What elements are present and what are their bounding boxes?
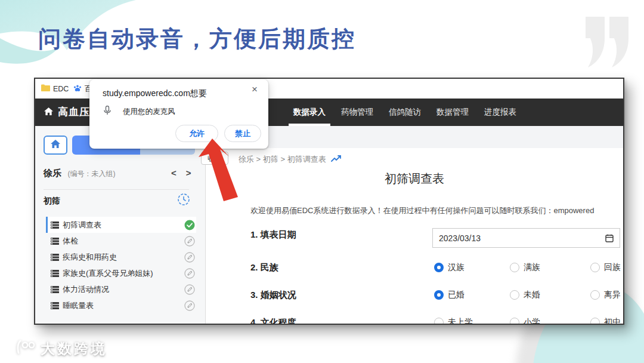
date-value: 2023/03/13 bbox=[439, 233, 605, 243]
radio-unselected-icon[interactable] bbox=[590, 263, 600, 272]
radio-unselected-icon[interactable] bbox=[510, 290, 519, 300]
trend-chart-icon[interactable] bbox=[331, 155, 342, 164]
radio-unselected-icon[interactable] bbox=[434, 318, 444, 325]
radio-option[interactable]: 初中 bbox=[590, 317, 621, 325]
radio-option-label: 汉族 bbox=[448, 262, 465, 273]
main-content: 收起 徐乐 > 初筛 > 初筛调查表 初筛调查表 欢迎使用易侕EDC系统进行数据… bbox=[206, 148, 623, 324]
radio-option[interactable]: 离异 bbox=[590, 290, 621, 300]
visit-section-title: 初筛 bbox=[44, 196, 60, 207]
form-icon bbox=[51, 254, 59, 261]
next-patient-button[interactable]: > bbox=[186, 168, 191, 178]
edit-pencil-icon bbox=[184, 300, 195, 311]
edit-pencil-icon bbox=[184, 268, 195, 279]
watermark-logo-icon bbox=[16, 340, 36, 358]
question-row: 2. 民族汉族满族回族 bbox=[206, 261, 623, 282]
radio-selected-icon[interactable] bbox=[434, 263, 444, 272]
history-clock-icon[interactable] bbox=[177, 193, 190, 208]
dialog-title: study.empoweredc.com想要 bbox=[103, 88, 207, 99]
patient-code: (编号：未入组) bbox=[67, 170, 115, 178]
form-list-item-label: 家族史(直系父母兄弟姐妹) bbox=[63, 268, 181, 279]
question-row: 4. 文化程度未上学小学初中 bbox=[206, 316, 623, 325]
permission-text: 使用您的麦克风 bbox=[123, 107, 175, 117]
form-list-item-label: 体检 bbox=[63, 236, 181, 247]
radio-option[interactable]: 已婚 bbox=[434, 290, 465, 300]
radio-option[interactable]: 汉族 bbox=[434, 262, 465, 273]
question-row: 1. 填表日期2023/03/13 bbox=[206, 228, 623, 250]
radio-option-label: 初中 bbox=[604, 317, 621, 325]
form-list-item-label: 睡眠量表 bbox=[63, 300, 181, 311]
folder-icon bbox=[41, 84, 50, 93]
watermark: 大数跨境 bbox=[16, 339, 107, 358]
calendar-icon[interactable] bbox=[605, 234, 614, 242]
status-complete-icon bbox=[184, 220, 195, 230]
nav-item[interactable]: 数据管理 bbox=[436, 99, 469, 126]
form-list-item[interactable]: 疾病史和用药史 bbox=[46, 249, 196, 265]
app-body: 徐乐 (编号：未入组) < > 初筛 初筛调查表体检疾病史和用药史家族史(直系父… bbox=[35, 126, 623, 324]
top-nav: 数据录入药物管理信鸽随访数据管理进度报表 bbox=[293, 99, 516, 126]
deny-button[interactable]: 禁止 bbox=[224, 125, 261, 142]
radio-option-label: 满族 bbox=[524, 262, 540, 273]
form-list-item-label: 初筛调查表 bbox=[63, 220, 181, 230]
nav-item[interactable]: 信鸽随访 bbox=[389, 99, 421, 126]
radio-option-label: 未上学 bbox=[448, 317, 473, 325]
radio-unselected-icon[interactable] bbox=[590, 290, 600, 300]
question-label: 2. 民族 bbox=[250, 262, 278, 273]
form-icon bbox=[51, 286, 59, 293]
form-icon bbox=[51, 302, 59, 309]
collapse-sidebar-button[interactable]: 收起 bbox=[201, 152, 228, 165]
sidebar: 徐乐 (编号：未入组) < > 初筛 初筛调查表体检疾病史和用药史家族史(直系父… bbox=[35, 126, 206, 324]
radio-option[interactable]: 未上学 bbox=[434, 317, 473, 325]
radio-option-label: 回族 bbox=[604, 262, 621, 273]
form-list-item-label: 体力活动情况 bbox=[63, 284, 181, 295]
paw-icon bbox=[73, 85, 82, 94]
bookmark-folder[interactable]: EDC bbox=[41, 84, 69, 93]
radio-unselected-icon[interactable] bbox=[510, 263, 519, 272]
mic-permission-dialog: study.empoweredc.com想要 × 使用您的麦克风 允许 禁止 bbox=[89, 79, 268, 149]
form-icon bbox=[51, 270, 59, 277]
date-input[interactable]: 2023/03/13 bbox=[432, 228, 620, 248]
patient-name: 徐乐 bbox=[44, 168, 61, 178]
edit-pencil-icon bbox=[184, 236, 195, 247]
form-list-item[interactable]: 体力活动情况 bbox=[46, 281, 196, 297]
form-list-item[interactable]: 家族史(直系父母兄弟姐妹) bbox=[46, 265, 196, 281]
divider bbox=[44, 189, 189, 190]
question-label: 1. 填表日期 bbox=[250, 229, 296, 241]
radio-selected-icon[interactable] bbox=[434, 290, 444, 300]
edit-pencil-icon bbox=[184, 252, 195, 263]
patient-row: 徐乐 (编号：未入组) bbox=[44, 168, 115, 179]
question-label: 3. 婚姻状况 bbox=[250, 290, 296, 301]
form-list-item[interactable]: 初筛调查表 bbox=[46, 217, 196, 233]
nav-item[interactable]: 进度报表 bbox=[484, 99, 516, 126]
slide: 问卷自动录音，方便后期质控 EDC 百 高血压前 数据录入药物管理信鸽随访数据管… bbox=[0, 0, 644, 363]
radio-option-label: 已婚 bbox=[448, 290, 465, 300]
radio-unselected-icon[interactable] bbox=[590, 318, 600, 325]
nav-item[interactable]: 数据录入 bbox=[293, 99, 326, 126]
form-list-item[interactable]: 睡眠量表 bbox=[46, 297, 196, 313]
radio-option-label: 小学 bbox=[524, 317, 540, 325]
radio-unselected-icon[interactable] bbox=[510, 318, 519, 325]
prev-patient-button[interactable]: < bbox=[171, 168, 177, 178]
radio-option[interactable]: 未婚 bbox=[510, 290, 540, 300]
quote-icon bbox=[586, 17, 637, 76]
radio-option-label: 未婚 bbox=[524, 290, 540, 300]
radio-option-label: 离异 bbox=[604, 290, 621, 300]
allow-button[interactable]: 允许 bbox=[175, 125, 218, 142]
sidebar-home-button[interactable] bbox=[44, 136, 67, 155]
edit-pencil-icon bbox=[184, 284, 195, 295]
page-title: 问卷自动录音，方便后期质控 bbox=[38, 24, 356, 54]
nav-item[interactable]: 药物管理 bbox=[341, 99, 373, 126]
home-icon[interactable] bbox=[44, 107, 54, 118]
close-icon[interactable]: × bbox=[252, 84, 258, 95]
house-icon bbox=[50, 139, 61, 151]
watermark-text: 大数跨境 bbox=[41, 339, 107, 358]
welcome-text: 欢迎使用易侕EDC系统进行数据录入！在使用过程中有任何操作问题可以随时联系我们：… bbox=[250, 205, 623, 216]
question-row: 3. 婚姻状况已婚未婚离异 bbox=[206, 288, 623, 310]
patient-pager: < > bbox=[171, 168, 191, 178]
radio-option[interactable]: 满族 bbox=[510, 262, 540, 273]
form-list-item[interactable]: 体检 bbox=[46, 233, 196, 249]
form-icon bbox=[51, 238, 59, 245]
form-list-item-label: 疾病史和用药史 bbox=[63, 252, 181, 263]
radio-option[interactable]: 回族 bbox=[590, 262, 621, 273]
radio-option[interactable]: 小学 bbox=[510, 317, 540, 325]
breadcrumb: 徐乐 > 初筛 > 初筛调查表 bbox=[239, 154, 342, 165]
